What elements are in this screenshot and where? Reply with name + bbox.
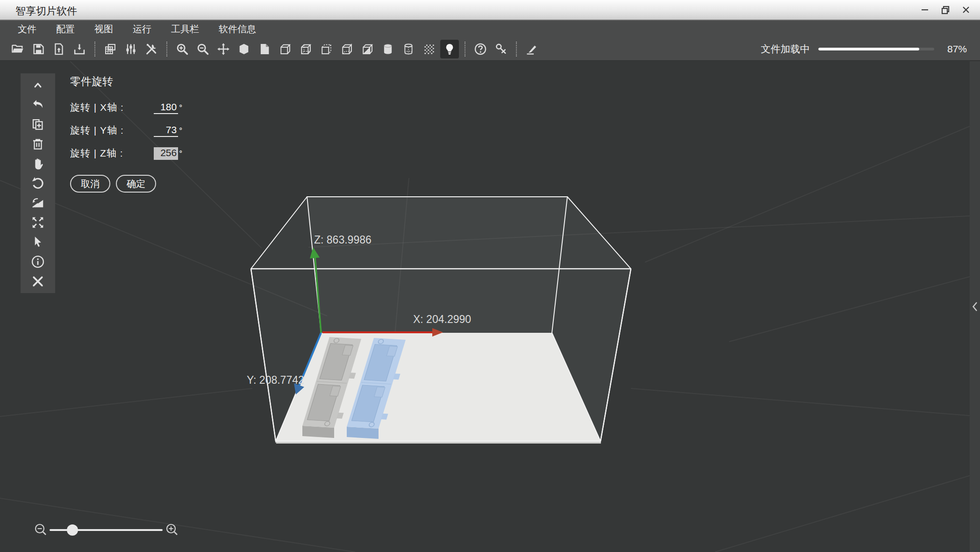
chevron-up-icon [32, 79, 44, 91]
toolbar-separator [166, 42, 167, 57]
zoom-out-button[interactable] [193, 40, 212, 58]
rotation-panel: 零件旋转 旋转 | X轴 : 180 ° 旋转 | Y轴 : 73 ° 旋转 |… [70, 74, 182, 193]
open-folder-icon [11, 43, 24, 56]
close-button[interactable] [956, 0, 976, 20]
loading-indicator: 文件加载中 87% [761, 37, 967, 61]
trash-icon [31, 137, 45, 151]
tools-button[interactable] [142, 40, 161, 58]
menu-toolbar[interactable]: 工具栏 [167, 22, 203, 36]
save-icon [32, 43, 45, 56]
rotate-button[interactable] [27, 173, 49, 193]
pan-button[interactable] [27, 154, 49, 173]
fit-view-icon [31, 215, 45, 229]
viewport-zoom-out-button[interactable] [36, 524, 46, 535]
chevron-left-icon [971, 301, 979, 313]
knife-icon [525, 43, 538, 56]
cancel-button[interactable]: 取消 [70, 175, 110, 193]
rotation-row-x: 旋转 | X轴 : 180 ° [70, 101, 182, 114]
half-shaded-cube-icon [361, 43, 374, 56]
machine-settings-button[interactable] [101, 40, 120, 58]
undo-button[interactable] [27, 95, 49, 115]
wire-cylinder-icon [402, 43, 415, 56]
parameter-sliders-button[interactable] [122, 40, 140, 58]
rotation-z-label: 旋转 | Z轴 : [70, 147, 123, 160]
toolbar-separator [465, 42, 465, 57]
fit-view-button[interactable] [27, 213, 49, 232]
minimize-icon [920, 5, 930, 15]
sheet-view-button[interactable] [255, 40, 274, 58]
export-button[interactable] [70, 40, 89, 58]
tools-icon [145, 43, 158, 56]
point-cloud-view-button[interactable] [420, 40, 438, 58]
open-file-button[interactable] [8, 40, 27, 58]
confirm-button[interactable]: 确定 [116, 175, 156, 193]
repair-icon [31, 274, 45, 288]
dashed-view-button[interactable] [317, 40, 336, 58]
side-toolbar [21, 73, 55, 293]
toolbar: 文件加载中 87% [0, 37, 980, 61]
hidden-edge-cube-icon [299, 43, 312, 56]
loading-progress-bar [818, 48, 934, 50]
rotation-z-input[interactable]: 256 [154, 147, 178, 160]
rotation-y-input[interactable]: 73 [154, 124, 178, 137]
wire-cylinder-view-button[interactable] [399, 40, 418, 58]
light-toggle-button[interactable] [440, 40, 459, 58]
open-box-view-button[interactable] [276, 40, 294, 58]
rotation-x-unit: ° [179, 103, 182, 114]
half-shade-view-button[interactable] [358, 40, 377, 58]
rotation-panel-title: 零件旋转 [70, 74, 182, 89]
info-icon [31, 255, 45, 269]
dashed-cube-icon [320, 43, 333, 56]
minimize-button[interactable] [915, 0, 935, 20]
close-icon [961, 5, 971, 15]
save-button[interactable] [29, 40, 48, 58]
key-button[interactable] [492, 40, 510, 58]
app-title: 智享切片软件 [15, 4, 77, 18]
rotate-icon [31, 176, 45, 190]
menu-run[interactable]: 运行 [129, 22, 155, 36]
mirror-button[interactable] [27, 193, 49, 213]
point-cloud-cube-icon [422, 43, 436, 56]
cylinder-view-button[interactable] [379, 40, 397, 58]
light-bulb-icon [443, 43, 456, 56]
menu-software-info[interactable]: 软件信息 [215, 22, 260, 36]
viewport-3d[interactable]: Z: 863.9986 X: 204.2990 Y: 208.7742 [0, 61, 980, 552]
zoom-in-button[interactable] [173, 40, 192, 58]
rotation-x-input[interactable]: 180 [154, 101, 178, 114]
move-icon [217, 43, 230, 56]
delete-button[interactable] [27, 134, 49, 154]
right-panel-tab[interactable] [970, 61, 980, 552]
move-view-button[interactable] [214, 40, 233, 58]
menu-file[interactable]: 文件 [14, 22, 40, 36]
import-button[interactable] [50, 40, 68, 58]
rotation-z-unit: ° [179, 149, 182, 160]
import-icon [52, 43, 65, 56]
menu-view[interactable]: 视图 [91, 22, 117, 36]
collapse-button[interactable] [27, 75, 49, 95]
machine-settings-icon [104, 43, 117, 56]
help-button[interactable] [471, 40, 490, 58]
solid-cube-icon [237, 43, 250, 56]
viewport-zoom-in-button[interactable] [167, 524, 177, 535]
duplicate-button[interactable] [27, 115, 49, 134]
cursor-icon [31, 235, 45, 249]
duplicate-icon [31, 117, 45, 131]
viewport-zoom-slider-thumb[interactable] [67, 524, 78, 536]
toolbar-separator [516, 42, 517, 57]
open-top-view-button[interactable] [337, 40, 356, 58]
loading-progress-fill [818, 48, 919, 50]
mirror-icon [31, 196, 45, 210]
hidden-edge-view-button[interactable] [296, 40, 315, 58]
knife-button[interactable] [522, 40, 541, 58]
repair-button[interactable] [27, 272, 49, 291]
z-axis-label: Z: 863.9986 [314, 234, 372, 246]
hand-icon [31, 157, 45, 171]
zoom-in-icon [176, 43, 189, 56]
loading-label: 文件加载中 [761, 43, 810, 56]
solid-view-button[interactable] [235, 40, 253, 58]
select-button[interactable] [27, 232, 49, 252]
menu-config[interactable]: 配置 [52, 22, 79, 36]
rotation-y-label: 旋转 | Y轴 : [70, 124, 124, 137]
restore-button[interactable] [935, 0, 956, 20]
info-button[interactable] [27, 252, 49, 272]
